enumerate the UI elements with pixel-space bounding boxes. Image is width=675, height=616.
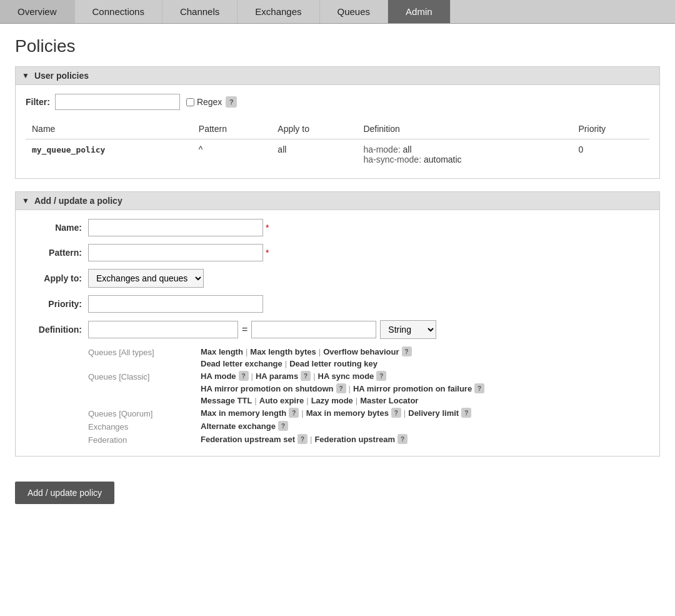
apply-to-row: Apply to: Exchanges and queuesExchangesQ… [26, 269, 649, 288]
policy-priority-cell: 0 [572, 139, 649, 170]
hint-link[interactable]: Auto expire [259, 396, 304, 405]
hints-section: Queues [All types]Max length|Max length … [82, 346, 649, 445]
apply-to-select[interactable]: Exchanges and queuesExchangesQueuesClass… [88, 269, 204, 288]
filter-row: Filter: Regex ? [26, 94, 649, 110]
nav-item-connections[interactable]: Connections [75, 0, 162, 23]
add-policy-label: Add / update a policy [34, 196, 122, 206]
hint-help-btn[interactable]: ? [398, 434, 408, 444]
hints-group-label: Exchanges [88, 421, 201, 432]
hints-group-label: Queues [Classic] [88, 371, 201, 381]
hint-link[interactable]: Max in memory length [201, 408, 286, 418]
hint-help-btn[interactable]: ? [391, 408, 401, 418]
hint-help-btn[interactable]: ? [461, 408, 471, 418]
pattern-row: Pattern: * [26, 244, 649, 261]
regex-checkbox-label: Regex [186, 97, 222, 107]
nav-item-exchanges[interactable]: Exchanges [238, 0, 319, 23]
definition-type-select[interactable]: StringNumberBooleanList [380, 320, 436, 339]
nav-item-channels[interactable]: Channels [162, 0, 238, 23]
definition-value-input[interactable] [251, 321, 376, 338]
definition-inputs: = StringNumberBooleanList [88, 320, 436, 339]
name-row: Name: * [26, 219, 649, 236]
hint-link[interactable]: Max length [201, 347, 243, 356]
hint-help-btn[interactable]: ? [474, 383, 484, 393]
add-update-policy-button[interactable]: Add / update policy [15, 482, 114, 504]
hint-separator: | [349, 384, 351, 393]
hints-links: Federation upstream set?|Federation upst… [201, 434, 408, 444]
add-policy-header[interactable]: ▼ Add / update a policy [15, 191, 660, 210]
nav-bar: OverviewConnectionsChannelsExchangesQueu… [0, 0, 675, 24]
hint-separator: | [306, 396, 308, 405]
hint-link[interactable]: HA mirror promotion on shutdown [201, 384, 334, 393]
hint-help-btn[interactable]: ? [402, 346, 412, 356]
hint-separator: | [404, 408, 406, 418]
hint-link[interactable]: Lazy mode [311, 396, 353, 405]
hints-group-label: Queues [All types] [88, 346, 201, 357]
hint-link[interactable]: HA params [256, 371, 298, 381]
hint-link[interactable]: HA mode [201, 371, 236, 381]
table-row[interactable]: my_queue_policy^allha-mode: allha-sync-m… [26, 139, 649, 170]
hint-link[interactable]: Alternate exchange [201, 422, 276, 431]
user-policies-body: Filter: Regex ? Name Pattern Apply to De… [15, 85, 660, 179]
nav-item-queues[interactable]: Queues [320, 0, 389, 23]
page-title: Policies [15, 36, 660, 56]
hint-help-btn[interactable]: ? [298, 434, 308, 444]
col-apply-to: Apply to [271, 119, 357, 139]
regex-checkbox[interactable] [186, 98, 194, 106]
hints-group: Queues [Classic]HA mode?|HA params?|HA s… [88, 371, 649, 405]
hint-separator: | [285, 359, 287, 368]
hint-help-btn[interactable]: ? [301, 371, 311, 381]
def-key: ha-mode: [363, 144, 400, 154]
nav-item-overview[interactable]: Overview [0, 0, 75, 23]
hint-link[interactable]: HA sync mode [318, 371, 374, 381]
col-name: Name [26, 119, 192, 139]
hints-group: Queues [All types]Max length|Max length … [88, 346, 649, 368]
name-required: * [266, 223, 269, 233]
hint-help-btn[interactable]: ? [289, 408, 299, 418]
priority-row: Priority: [26, 295, 649, 313]
hint-link[interactable]: Max in memory bytes [306, 408, 389, 418]
col-pattern: Pattern [192, 119, 272, 139]
hint-link[interactable]: Delivery limit [408, 408, 459, 418]
policy-definition-cell: ha-mode: allha-sync-mode: automatic [357, 139, 572, 170]
filter-input[interactable] [55, 94, 180, 110]
user-policies-section: ▼ User policies Filter: Regex ? Name Pat… [15, 66, 660, 179]
hint-help-btn[interactable]: ? [376, 371, 386, 381]
hint-link[interactable]: Dead letter exchange [201, 359, 282, 368]
def-key: ha-sync-mode: [363, 154, 421, 164]
priority-input[interactable] [88, 295, 263, 313]
hint-help-btn[interactable]: ? [278, 421, 288, 431]
hint-link[interactable]: HA mirror promotion on failure [353, 384, 472, 393]
add-policy-body: Name: * Pattern: * Apply to: Exchanges a… [15, 210, 660, 457]
hint-separator: | [251, 371, 253, 381]
hint-link[interactable]: Federation upstream set [201, 435, 295, 444]
hint-separator: | [313, 371, 315, 381]
policy-apply-cell: all [271, 139, 357, 170]
pattern-input[interactable] [88, 244, 263, 261]
policy-name-cell: my_queue_policy [26, 139, 192, 170]
nav-item-admin[interactable]: Admin [388, 0, 451, 23]
hint-link[interactable]: Overflow behaviour [323, 347, 399, 356]
hint-link[interactable]: Max length bytes [250, 347, 316, 356]
hint-link[interactable]: Master Locator [360, 396, 418, 405]
hint-help-btn[interactable]: ? [239, 371, 249, 381]
pattern-required: * [266, 248, 269, 258]
hint-link[interactable]: Message TTL [201, 396, 252, 405]
page-content: Policies ▼ User policies Filter: Regex ?… [0, 24, 675, 517]
hints-group-label: Queues [Quorum] [88, 408, 201, 418]
regex-help-btn[interactable]: ? [226, 96, 237, 108]
hints-group: Queues [Quorum]Max in memory length?|Max… [88, 408, 649, 418]
hint-link[interactable]: Dead letter routing key [289, 359, 378, 368]
hints-group-label: Federation [88, 434, 201, 445]
hint-separator: | [310, 435, 312, 444]
name-input[interactable] [88, 219, 263, 236]
hints-group: ExchangesAlternate exchange? [88, 421, 649, 432]
col-priority: Priority [572, 119, 649, 139]
user-policies-header[interactable]: ▼ User policies [15, 66, 660, 85]
add-policy-section: ▼ Add / update a policy Name: * Pattern:… [15, 191, 660, 457]
collapse-arrow: ▼ [22, 71, 29, 80]
add-policy-arrow: ▼ [22, 196, 29, 205]
hint-link[interactable]: Federation upstream [314, 435, 395, 444]
definition-key-input[interactable] [88, 321, 238, 338]
hint-help-btn[interactable]: ? [336, 383, 346, 393]
policy-pattern-cell: ^ [192, 139, 272, 170]
